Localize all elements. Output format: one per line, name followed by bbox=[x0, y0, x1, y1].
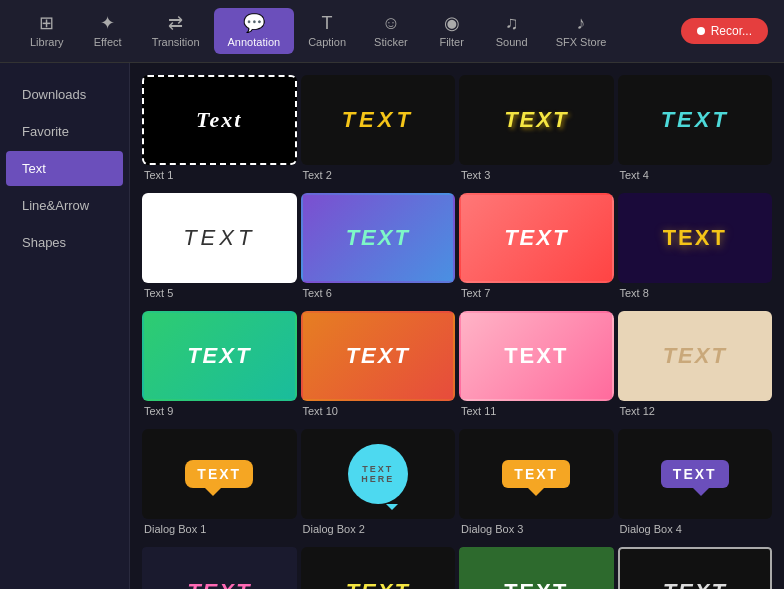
grid-item-text11[interactable]: TEXT Text 11 bbox=[459, 311, 614, 425]
thumb-text5: TEXT bbox=[142, 193, 297, 283]
sticker-icon: ☺ bbox=[382, 14, 400, 32]
nav-sticker[interactable]: ☺ Sticker bbox=[360, 8, 422, 54]
sidebar-item-text[interactable]: Text bbox=[6, 151, 123, 186]
label-db3: Dialog Box 3 bbox=[459, 519, 614, 543]
nav-transition[interactable]: ⇄ Transition bbox=[138, 8, 214, 54]
thumb-db8: TEXT bbox=[618, 547, 773, 589]
thumb-db3: TEXT bbox=[459, 429, 614, 519]
label-text5: Text 5 bbox=[142, 283, 297, 307]
nav-sfx-label: SFX Store bbox=[556, 36, 607, 48]
thumb-text12: TEXT bbox=[618, 311, 773, 401]
grid-item-text5[interactable]: TEXT Text 5 bbox=[142, 193, 297, 307]
sidebar-item-shapes[interactable]: Shapes bbox=[6, 225, 123, 260]
library-icon: ⊞ bbox=[39, 14, 54, 32]
label-db1: Dialog Box 1 bbox=[142, 519, 297, 543]
nav-transition-label: Transition bbox=[152, 36, 200, 48]
thumb-text9: TEXT bbox=[142, 311, 297, 401]
grid-item-text1[interactable]: Text Text 1 bbox=[142, 75, 297, 189]
thumb-text6: TEXT bbox=[301, 193, 456, 283]
label-text7: Text 7 bbox=[459, 283, 614, 307]
nav-caption[interactable]: T Caption bbox=[294, 8, 360, 54]
annotation-icon: 💬 bbox=[243, 14, 265, 32]
sidebar-item-linearrow[interactable]: Line&Arrow bbox=[6, 188, 123, 223]
sidebar-item-favorite[interactable]: Favorite bbox=[6, 114, 123, 149]
thumb-text2: TEXT bbox=[301, 75, 456, 165]
label-text11: Text 11 bbox=[459, 401, 614, 425]
label-text12: Text 12 bbox=[618, 401, 773, 425]
main-content: Downloads Favorite Text Line&Arrow Shape… bbox=[0, 63, 784, 589]
sound-icon: ♫ bbox=[505, 14, 519, 32]
thumb-text3: TEXT bbox=[459, 75, 614, 165]
transition-icon: ⇄ bbox=[168, 14, 183, 32]
grid-item-text6[interactable]: TEXT Text 6 bbox=[301, 193, 456, 307]
nav-library-label: Library bbox=[30, 36, 64, 48]
grid-item-db2[interactable]: TEXT HERE Dialog Box 2 bbox=[301, 429, 456, 543]
nav-annotation[interactable]: 💬 Annotation bbox=[214, 8, 295, 54]
nav-sfx[interactable]: ♪ SFX Store bbox=[542, 8, 621, 54]
caption-icon: T bbox=[322, 14, 333, 32]
nav-sound-label: Sound bbox=[496, 36, 528, 48]
thumb-text4: TEXT bbox=[618, 75, 773, 165]
thumb-text1: Text bbox=[142, 75, 297, 165]
label-text2: Text 2 bbox=[301, 165, 456, 189]
label-db2: Dialog Box 2 bbox=[301, 519, 456, 543]
grid-item-db5[interactable]: TEXT Dialog Box 5 bbox=[142, 547, 297, 589]
thumb-db1: TEXT bbox=[142, 429, 297, 519]
record-button[interactable]: Recor... bbox=[681, 18, 768, 44]
thumb-text10: TEXT bbox=[301, 311, 456, 401]
grid-item-db7[interactable]: TEXT Dialog Box 7 bbox=[459, 547, 614, 589]
thumb-db6: TEXT bbox=[301, 547, 456, 589]
grid-item-db3[interactable]: TEXT Dialog Box 3 bbox=[459, 429, 614, 543]
label-text4: Text 4 bbox=[618, 165, 773, 189]
nav-annotation-label: Annotation bbox=[228, 36, 281, 48]
record-label: Recor... bbox=[711, 24, 752, 38]
thumb-text8: TEXT bbox=[618, 193, 773, 283]
grid-item-text12[interactable]: TEXT Text 12 bbox=[618, 311, 773, 425]
thumb-text11: TEXT bbox=[459, 311, 614, 401]
nav-sticker-label: Sticker bbox=[374, 36, 408, 48]
effect-icon: ✦ bbox=[100, 14, 115, 32]
label-text1: Text 1 bbox=[142, 165, 297, 189]
grid-area[interactable]: Text Text 1 TEXT Text 2 TEXT Text 3 bbox=[130, 63, 784, 589]
grid-item-db1[interactable]: TEXT Dialog Box 1 bbox=[142, 429, 297, 543]
top-navigation: ⊞ Library ✦ Effect ⇄ Transition 💬 Annota… bbox=[0, 0, 784, 63]
grid-item-text10[interactable]: TEXT Text 10 bbox=[301, 311, 456, 425]
nav-effect[interactable]: ✦ Effect bbox=[78, 8, 138, 54]
grid-item-text4[interactable]: TEXT Text 4 bbox=[618, 75, 773, 189]
grid-item-text8[interactable]: TEXT Text 8 bbox=[618, 193, 773, 307]
grid-item-db8[interactable]: TEXT Dialog Box 8 bbox=[618, 547, 773, 589]
nav-filter[interactable]: ◉ Filter bbox=[422, 8, 482, 54]
thumb-db4: TEXT bbox=[618, 429, 773, 519]
label-text8: Text 8 bbox=[618, 283, 773, 307]
items-grid: Text Text 1 TEXT Text 2 TEXT Text 3 bbox=[142, 75, 772, 589]
nav-effect-label: Effect bbox=[94, 36, 122, 48]
thumb-db2: TEXT HERE bbox=[301, 429, 456, 519]
thumb-db5: TEXT bbox=[142, 547, 297, 589]
nav-library[interactable]: ⊞ Library bbox=[16, 8, 78, 54]
grid-item-db6[interactable]: TEXT Dialog Box 6 bbox=[301, 547, 456, 589]
grid-item-text2[interactable]: TEXT Text 2 bbox=[301, 75, 456, 189]
grid-item-text3[interactable]: TEXT Text 3 bbox=[459, 75, 614, 189]
label-text10: Text 10 bbox=[301, 401, 456, 425]
grid-item-text7[interactable]: TEXT Text 7 bbox=[459, 193, 614, 307]
sidebar: Downloads Favorite Text Line&Arrow Shape… bbox=[0, 63, 130, 589]
grid-item-db4[interactable]: TEXT Dialog Box 4 bbox=[618, 429, 773, 543]
thumb-db7: TEXT bbox=[459, 547, 614, 589]
record-dot bbox=[697, 27, 705, 35]
sidebar-item-downloads[interactable]: Downloads bbox=[6, 77, 123, 112]
thumb-text7: TEXT bbox=[459, 193, 614, 283]
nav-caption-label: Caption bbox=[308, 36, 346, 48]
nav-sound[interactable]: ♫ Sound bbox=[482, 8, 542, 54]
sfx-icon: ♪ bbox=[577, 14, 586, 32]
label-text3: Text 3 bbox=[459, 165, 614, 189]
label-text6: Text 6 bbox=[301, 283, 456, 307]
label-db4: Dialog Box 4 bbox=[618, 519, 773, 543]
grid-item-text9[interactable]: TEXT Text 9 bbox=[142, 311, 297, 425]
label-text9: Text 9 bbox=[142, 401, 297, 425]
nav-filter-label: Filter bbox=[439, 36, 463, 48]
filter-icon: ◉ bbox=[444, 14, 460, 32]
